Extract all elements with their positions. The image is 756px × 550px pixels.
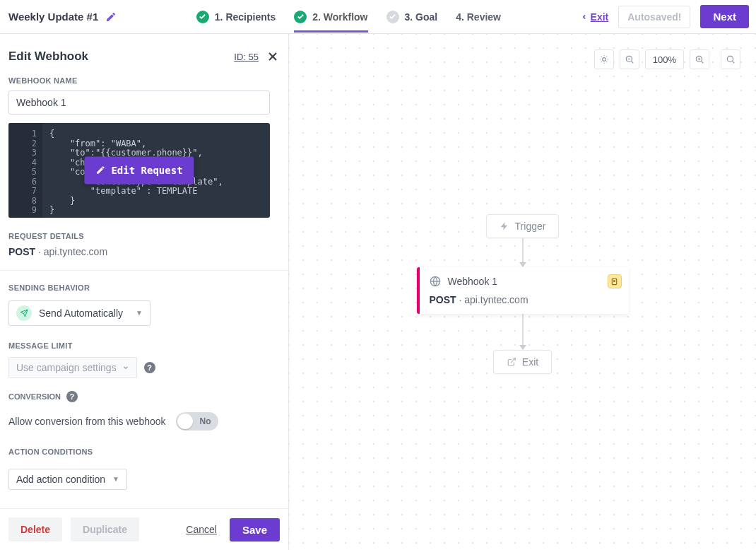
edit-request-button[interactable]: Edit Request: [84, 156, 194, 184]
edit-request-label: Edit Request: [111, 163, 182, 177]
request-host: api.tyntec.com: [44, 246, 107, 257]
panel-footer: Delete Duplicate Cancel Save: [0, 508, 288, 550]
add-action-condition-value: Add action condition: [16, 474, 105, 485]
svg-point-20: [727, 56, 733, 62]
app-header: Weekly Update #1 1. Recipients 2. Workfl…: [0, 0, 756, 34]
panel-title: Edit Webhook: [8, 49, 88, 64]
svg-line-7: [601, 57, 602, 57]
chevron-left-icon: [581, 13, 588, 21]
check-circle-icon: [294, 11, 307, 23]
zoom-fit-button[interactable]: [721, 49, 740, 69]
globe-icon: [430, 276, 441, 287]
toggle-no-label: No: [200, 416, 211, 426]
save-button[interactable]: Save: [230, 518, 280, 542]
duplicate-button: Duplicate: [71, 517, 139, 542]
webhook-node[interactable]: Webhook 1 POST · api.tyntec.com: [417, 267, 629, 314]
check-circle-icon: [386, 11, 399, 23]
step-review[interactable]: 4. Review: [456, 2, 501, 32]
campaign-title: Weekly Update #1: [8, 11, 98, 23]
next-button[interactable]: Next: [700, 5, 749, 28]
workflow-canvas[interactable]: 100% Trigger: [289, 34, 756, 550]
step-recipients[interactable]: 1. Recipients: [196, 1, 276, 33]
zoom-level[interactable]: 100%: [645, 49, 684, 69]
close-panel-button[interactable]: [266, 49, 280, 64]
exit-label: Exit: [522, 356, 538, 368]
trigger-label: Trigger: [515, 221, 546, 232]
edit-title-icon[interactable]: [105, 11, 117, 23]
add-action-condition-select[interactable]: Add action condition ▼: [8, 469, 127, 490]
zoom-out-button[interactable]: [620, 49, 639, 69]
chevron-down-icon: [122, 364, 129, 371]
help-icon[interactable]: ?: [144, 362, 155, 373]
delete-button[interactable]: Delete: [8, 517, 62, 542]
exit-node[interactable]: Exit: [493, 350, 552, 374]
request-details-label: REQUEST DETAILS: [8, 232, 280, 240]
svg-point-4: [602, 58, 606, 62]
zoom-in-button[interactable]: [690, 49, 709, 69]
svg-line-14: [631, 62, 633, 64]
autosaved-status: Autosaved!: [618, 6, 690, 28]
conversion-label: CONVERSION: [8, 392, 61, 401]
action-conditions-label: ACTION CONDITIONS: [8, 447, 280, 456]
workflow-flow: Trigger Webhook 1 POST · api.tyntec.com: [417, 214, 629, 374]
svg-line-17: [702, 62, 704, 64]
svg-line-11: [601, 62, 602, 62]
cancel-link[interactable]: Cancel: [186, 524, 217, 535]
trigger-node[interactable]: Trigger: [486, 214, 560, 238]
exit-link[interactable]: Exit: [581, 11, 609, 23]
svg-line-21: [733, 62, 735, 64]
check-circle-icon: [196, 11, 209, 23]
theme-toggle-button[interactable]: [594, 49, 614, 69]
message-limit-label: MESSAGE LIMIT: [8, 341, 280, 350]
arrow-down-icon: [519, 262, 526, 267]
help-icon[interactable]: ?: [66, 391, 78, 402]
chevron-down-icon: ▼: [136, 309, 143, 317]
send-icon: [16, 305, 32, 321]
exit-icon: [507, 357, 516, 367]
pencil-icon: [95, 165, 105, 175]
draft-badge-icon: [608, 274, 622, 288]
message-limit-select[interactable]: Use campaign settings: [8, 357, 137, 378]
bolt-icon: [500, 221, 509, 231]
step-goal[interactable]: 3. Goal: [386, 1, 438, 33]
request-body-preview: 123456789 { "from": "WABA", "to":"{{cust…: [8, 123, 270, 218]
code-gutter: 123456789: [8, 123, 42, 218]
step-label: 3. Goal: [405, 11, 438, 23]
webhook-node-host: api.tyntec.com: [464, 294, 528, 305]
svg-line-12: [606, 57, 607, 57]
svg-line-27: [511, 358, 515, 363]
step-label: 4. Review: [456, 11, 501, 23]
exit-label: Exit: [591, 11, 609, 23]
conversion-toggle[interactable]: No: [176, 412, 218, 431]
step-label: 2. Workflow: [312, 11, 367, 23]
edit-panel: Edit Webhook ID: 55 WEBHOOK NAME 1234567…: [0, 34, 289, 550]
sending-behavior-value: Send Automatically: [39, 308, 123, 319]
conversion-text: Allow conversion from this webhook: [8, 416, 166, 427]
sending-behavior-select[interactable]: Send Automatically ▼: [8, 300, 150, 326]
webhook-node-method: POST: [430, 294, 456, 305]
webhook-node-title: Webhook 1: [448, 276, 498, 287]
name-field-label: WEBHOOK NAME: [8, 76, 280, 85]
svg-line-8: [606, 62, 607, 62]
toggle-knob: [177, 414, 193, 429]
sending-behavior-label: SENDING BEHAVIOR: [8, 283, 280, 292]
request-details: POST · api.tyntec.com: [8, 246, 280, 257]
request-method: POST: [8, 246, 35, 257]
chevron-down-icon: ▼: [112, 475, 119, 483]
webhook-id-link[interactable]: ID: 55: [234, 52, 259, 62]
wizard-steps: 1. Recipients 2. Workflow 3. Goal 4. Rev…: [196, 1, 501, 33]
step-workflow[interactable]: 2. Workflow: [294, 1, 367, 33]
step-label: 1. Recipients: [215, 11, 276, 23]
webhook-name-input[interactable]: [8, 90, 270, 115]
message-limit-value: Use campaign settings: [16, 362, 117, 373]
arrow-down-icon: [519, 345, 526, 350]
canvas-toolbar: 100%: [594, 49, 740, 69]
